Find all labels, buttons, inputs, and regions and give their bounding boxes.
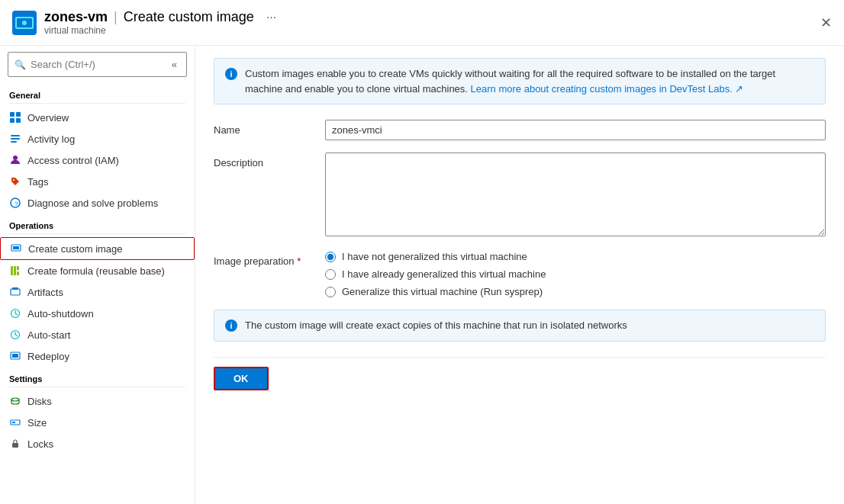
diagnose-icon: ? <box>9 197 21 209</box>
radio-already-generalized-label: I have already generalized this virtual … <box>342 268 546 280</box>
tags-icon <box>9 175 21 188</box>
artifacts-icon <box>9 286 21 298</box>
sidebar-item-create-formula[interactable]: Create formula (reusable base) <box>0 260 195 281</box>
info-banner-bottom: i The custom image will create exact cop… <box>214 310 826 342</box>
diagnose-label: Diagnose and solve problems <box>27 197 158 209</box>
search-icon: 🔍 <box>14 59 26 70</box>
disks-icon <box>9 395 21 407</box>
name-row: Name <box>214 120 826 140</box>
create-formula-label: Create formula (reusable base) <box>27 265 165 277</box>
size-label: Size <box>27 417 47 429</box>
radio-generalize-sysprep-input[interactable] <box>325 287 336 297</box>
more-options-icon[interactable]: ··· <box>266 11 276 24</box>
description-label: Description <box>214 152 313 169</box>
settings-divider <box>9 387 185 387</box>
app-container: zones-vm | Create custom image ··· virtu… <box>0 0 844 504</box>
description-textarea[interactable] <box>325 152 826 236</box>
operations-divider <box>9 233 185 234</box>
radio-generalize-sysprep-label: Generalize this virtual machine (Run sys… <box>342 286 543 297</box>
locks-label: Locks <box>27 438 53 450</box>
overview-label: Overview <box>27 112 69 124</box>
collapse-sidebar-button[interactable]: « <box>169 56 180 73</box>
artifacts-label: Artifacts <box>27 287 63 298</box>
sidebar-item-auto-start[interactable]: Auto-start <box>0 324 195 345</box>
sidebar-section-operations: Operations <box>0 213 195 233</box>
overview-icon <box>9 111 21 124</box>
sidebar-item-disks[interactable]: Disks <box>0 390 195 412</box>
sidebar-item-access-control[interactable]: Access control (IAM) <box>0 149 195 171</box>
svg-rect-5 <box>10 112 14 117</box>
general-divider <box>9 103 185 104</box>
sidebar-item-redeploy[interactable]: Redeploy <box>0 345 195 367</box>
svg-rect-34 <box>12 422 15 423</box>
svg-text:?: ? <box>14 201 18 207</box>
description-field-control <box>325 152 826 239</box>
sidebar-item-artifacts[interactable]: Artifacts <box>0 281 195 303</box>
close-button[interactable]: ✕ <box>820 14 832 31</box>
locks-icon <box>9 438 21 450</box>
bottom-banner-text: The custom image will create exact copie… <box>245 318 627 333</box>
svg-point-4 <box>22 21 27 25</box>
header: zones-vm | Create custom image ··· virtu… <box>0 0 844 46</box>
auto-start-icon <box>9 329 21 341</box>
resource-name: zones-vm <box>44 9 108 25</box>
info-banner-text: Custom images enable you to create VMs q… <box>245 66 814 96</box>
name-input[interactable] <box>325 120 826 140</box>
radio-group: I have not generalized this virtual mach… <box>325 251 826 297</box>
create-formula-icon <box>9 265 21 277</box>
sidebar-item-size[interactable]: Size <box>0 412 195 433</box>
form-footer: OK <box>214 357 826 400</box>
size-icon <box>9 416 21 429</box>
create-image-icon <box>10 242 22 255</box>
sidebar-item-overview[interactable]: Overview <box>0 107 195 128</box>
sidebar-item-create-custom-image[interactable]: Create custom image <box>0 237 195 260</box>
create-custom-image-label: Create custom image <box>28 243 123 255</box>
external-link-icon: ↗ <box>735 83 743 95</box>
search-box[interactable]: 🔍 « <box>8 52 187 77</box>
radio-not-generalized-input[interactable] <box>325 252 336 262</box>
svg-rect-3 <box>18 27 31 29</box>
sidebar-item-auto-shutdown[interactable]: Auto-shutdown <box>0 303 195 324</box>
sidebar: 🔍 « General Overview <box>0 46 195 504</box>
image-preparation-label: Image preparation <box>214 251 313 267</box>
search-input[interactable] <box>31 59 164 70</box>
access-control-icon <box>9 154 21 166</box>
image-preparation-control: I have not generalized this virtual mach… <box>325 251 826 297</box>
svg-rect-18 <box>11 266 13 275</box>
activity-log-icon <box>9 133 21 145</box>
sidebar-item-locks[interactable]: Locks <box>0 433 195 454</box>
svg-rect-23 <box>12 287 18 290</box>
info-banner-top: i Custom images enable you to create VMs… <box>214 58 826 104</box>
svg-rect-11 <box>11 141 17 143</box>
auto-shutdown-label: Auto-shutdown <box>27 308 94 319</box>
activity-log-label: Activity log <box>27 133 75 145</box>
redeploy-icon <box>9 350 21 362</box>
tags-label: Tags <box>27 176 48 188</box>
info-banner-link[interactable]: Learn more about creating custom images … <box>471 83 744 95</box>
svg-point-12 <box>13 156 18 160</box>
radio-already-generalized[interactable]: I have already generalized this virtual … <box>325 268 826 280</box>
svg-rect-35 <box>12 443 18 448</box>
header-title-block: zones-vm | Create custom image ··· virtu… <box>44 9 276 36</box>
svg-rect-9 <box>11 135 20 136</box>
ok-button[interactable]: OK <box>214 367 269 390</box>
svg-rect-20 <box>17 266 19 270</box>
sidebar-item-diagnose[interactable]: ? Diagnose and solve problems <box>0 192 195 213</box>
info-icon: i <box>225 68 237 80</box>
radio-generalize-sysprep[interactable]: Generalize this virtual machine (Run sys… <box>325 286 826 297</box>
svg-rect-17 <box>13 246 19 249</box>
name-label: Name <box>214 120 313 136</box>
sidebar-item-activity-log[interactable]: Activity log <box>0 128 195 149</box>
svg-rect-31 <box>12 354 18 358</box>
svg-rect-6 <box>16 112 21 117</box>
page-title: Create custom image <box>124 9 254 25</box>
redeploy-label: Redeploy <box>27 351 69 362</box>
svg-rect-10 <box>11 138 20 140</box>
svg-line-29 <box>15 335 18 336</box>
sidebar-item-tags[interactable]: Tags <box>0 171 195 192</box>
svg-point-13 <box>13 179 14 181</box>
description-row: Description <box>214 152 826 239</box>
radio-already-generalized-input[interactable] <box>325 269 336 280</box>
radio-not-generalized[interactable]: I have not generalized this virtual mach… <box>325 251 826 262</box>
svg-rect-21 <box>17 271 19 275</box>
